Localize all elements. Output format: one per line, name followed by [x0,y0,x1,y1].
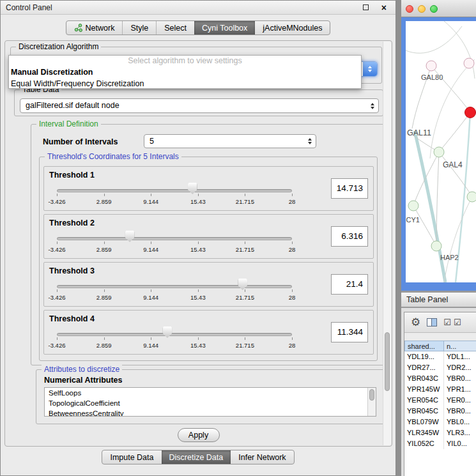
threshold-2-slider[interactable]: -3.426 2.859 9.144 15.43 21.715 28 [57,229,292,257]
control-panel-titlebar: Control Panel × [1,1,395,15]
threshold-label: Threshold 2 [49,219,95,227]
table-header-row: shared... n... [404,341,476,351]
tab-network[interactable]: Network [66,21,123,35]
threshold-4-value-field[interactable]: 11.344 [331,322,368,342]
minimize-traffic-light-icon[interactable] [418,5,426,13]
slider-groove [57,237,292,240]
network-canvas[interactable]: GAL80 GAL11 GAL4 GCY1 HAP2 [406,21,476,282]
network-node-selected[interactable] [465,107,476,118]
slider-thumb[interactable] [238,279,247,290]
group-title: Threshold's Coordinates for 5 Intervals [45,152,181,161]
combo-stepper-icon[interactable] [367,99,378,112]
table-row[interactable]: YBR045CYBR0... [404,406,476,417]
table-panel-title: Table Panel [406,295,448,304]
tab-style[interactable]: Style [122,21,156,35]
select-all-checkbox-icon[interactable]: ☑ [443,318,451,326]
network-node-labels: GAL80 GAL11 GAL4 GCY1 HAP2 [406,73,463,261]
network-node[interactable] [464,58,474,68]
table-row[interactable]: YIL052CYIL0... [404,438,476,449]
close-traffic-light-icon[interactable] [406,5,413,13]
table-row[interactable]: YPR145WYPR1... [404,384,476,395]
dropdown-option-manual-discretization[interactable]: Manual Discretization [9,66,361,78]
list-item[interactable]: SelfLoops [45,388,376,398]
panel-title: Control Panel [6,1,52,15]
node-table[interactable]: shared... n... YDL19...YDL1... YDR27...Y… [404,341,476,476]
tab-label: Select [164,24,187,33]
combobox-value: galFiltered.sif default node [26,99,119,112]
threshold-1-slider[interactable]: -3.426 2.859 9.144 15.43 21.715 28 [57,181,292,209]
tab-label: Cyni Toolbox [202,24,247,33]
panel-scrollbar-thumb[interactable] [385,332,390,391]
tab-discretize-data[interactable]: Discretize Data [162,450,231,464]
column-header[interactable]: shared... [404,341,444,351]
numerical-attributes-list[interactable]: SelfLoops TopologicalCoefficient Between… [44,387,376,417]
tab-select[interactable]: Select [156,21,194,35]
table-data-group: Table Data galFiltered.sif default node [14,89,383,116]
network-node[interactable] [434,147,444,157]
column-header[interactable]: n... [444,341,476,351]
network-window-titlebar [401,0,476,17]
cyni-toolbox-panel: Discretization Algorithm Table Data galF… [4,40,392,447]
threshold-2-panel: Threshold 2 -3.426 2.859 9.144 15.43 21.… [43,214,374,259]
group-title: Attributes to discretize [42,365,122,374]
tab-label: Style [130,24,148,33]
slider-thumb[interactable] [188,183,197,194]
tab-label: Discretize Data [169,453,224,462]
interval-definition-group: Interval Definition Number of Intervals … [31,124,386,365]
table-data-combobox[interactable]: galFiltered.sif default node [20,98,379,113]
dropdown-option-equal-width-frequency[interactable]: Equal Width/Frequency Discretization [9,78,361,89]
network-node[interactable] [431,241,441,251]
bottom-tab-bar: Impute Data Discretize Data Infer Networ… [1,450,395,464]
tab-jactivemodules[interactable]: jActiveMNodules [255,21,330,35]
threshold-label: Threshold 3 [49,266,95,275]
group-title: Discretization Algorithm [16,42,101,51]
number-of-intervals-combobox[interactable]: 5 [144,134,316,148]
threshold-label: Threshold 4 [49,314,95,323]
network-graph[interactable]: GAL80 GAL11 GAL4 GCY1 HAP2 [406,21,476,282]
apply-button[interactable]: Apply [178,428,220,442]
panel-scrollbar[interactable] [383,42,391,445]
tab-cyni-toolbox[interactable]: Cyni Toolbox [194,21,255,35]
table-row[interactable]: YBL079WYBL0... [404,417,476,427]
table-row[interactable]: YER054CYER0... [404,395,476,406]
list-scrollbar-thumb[interactable] [369,389,374,401]
node-label: HAP2 [440,254,459,261]
slider-groove [57,333,292,336]
threshold-coordinates-group: Threshold's Coordinates for 5 Intervals … [39,157,378,361]
combo-stepper-icon[interactable] [363,62,377,76]
threshold-3-slider[interactable]: -3.426 2.859 9.144 15.43 21.715 28 [57,277,292,305]
node-label: GAL4 [443,160,463,169]
tab-infer-network[interactable]: Infer Network [231,450,293,464]
threshold-4-slider[interactable]: -3.426 2.859 9.144 15.43 21.715 28 [57,325,292,353]
tab-label: Network [86,24,115,33]
table-panel-body: ⚙ ☑ ☑ shared... n... YDL19...YDL1... YDR… [401,308,476,476]
gear-icon[interactable]: ⚙ [411,317,420,328]
columns-icon[interactable] [427,318,437,326]
table-row[interactable]: YBR043CYBR0... [404,373,476,384]
control-panel-window: Control Panel × Network Style Select Cyn… [0,0,396,476]
network-view-window[interactable]: GAL80 GAL11 GAL4 GCY1 HAP2 [401,0,476,291]
table-panel-header: Table Panel [401,292,476,307]
list-scrollbar[interactable] [367,388,376,416]
table-row[interactable]: YDR27...YDR2... [404,362,476,373]
float-window-icon[interactable] [363,4,369,10]
network-node[interactable] [408,201,418,211]
slider-groove [57,189,292,192]
list-item[interactable]: BetweennessCentrality [45,408,376,417]
threshold-1-panel: Threshold 1 -3.426 2.859 9.144 15.43 21.… [43,166,374,211]
select-checkbox-icon[interactable]: ☑ [454,318,461,326]
slider-thumb[interactable] [125,231,135,242]
network-node[interactable] [467,192,476,202]
tab-impute-data[interactable]: Impute Data [102,450,161,464]
table-row[interactable]: YLR345WYLR3... [404,427,476,438]
zoom-traffic-light-icon[interactable] [430,5,438,13]
slider-thumb[interactable] [162,326,172,338]
threshold-1-value-field[interactable]: 14.713 [331,178,368,199]
table-row[interactable]: YDL19...YDL1... [404,351,476,362]
threshold-3-value-field[interactable]: 21.4 [331,274,368,295]
network-node[interactable] [426,61,436,71]
threshold-2-value-field[interactable]: 6.316 [331,226,368,247]
close-icon[interactable]: × [381,1,387,14]
combo-stepper-icon[interactable] [304,135,316,148]
list-item[interactable]: TopologicalCoefficient [45,398,376,408]
